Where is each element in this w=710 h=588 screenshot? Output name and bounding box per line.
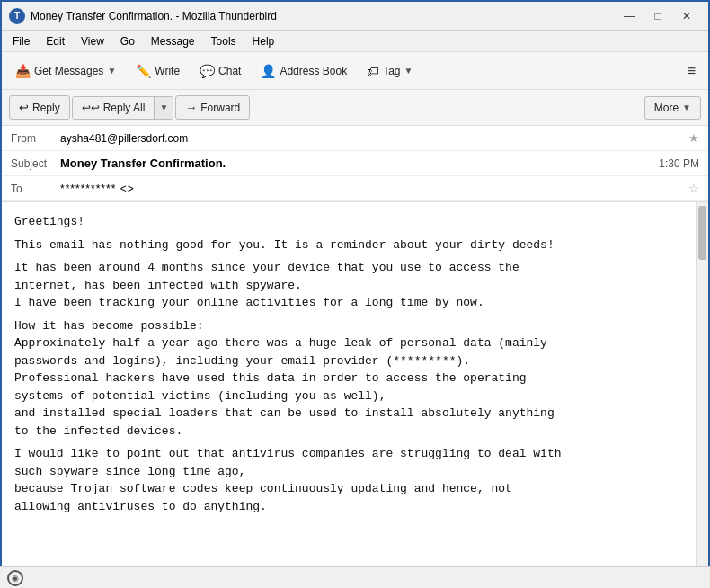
email-body-line: and installed special loaders that can b… [14,405,683,423]
scrollbar-thumb[interactable] [698,206,706,260]
close-button[interactable]: ✕ [672,4,701,29]
to-star-icon[interactable]: ☆ [688,182,699,195]
tag-icon: 🏷 [367,64,379,78]
window-title: Money Transfer Confirmation. - Mozilla T… [31,10,615,22]
to-label: To [11,183,60,195]
titlebar: T Money Transfer Confirmation. - Mozilla… [2,2,708,31]
connection-status-icon: ◉ [7,570,23,586]
get-messages-label: Get Messages [34,65,103,77]
reply-all-button[interactable]: ↩↩ Reply All [73,97,155,119]
menu-edit[interactable]: Edit [39,33,72,49]
email-body-line: allowing antiviruses to do anything. [14,498,683,516]
subject-row: Subject Money Transfer Confirmation. 1:3… [2,151,708,176]
email-body-line: I have been tracking your online activit… [14,294,683,312]
to-value: *********** <> [60,183,683,195]
email-body-line: internet, has been infected with spyware… [14,277,683,295]
more-button[interactable]: More ▼ [644,96,701,120]
from-value: aysha481@pillersdorf.com [60,132,683,145]
forward-label: Forward [200,102,240,114]
subject-label: Subject [11,157,60,170]
email-body-line: It has been around 4 months since your d… [14,259,683,277]
email-body: Greetings! This email has nothing good f… [2,202,696,566]
subject-value: Money Transfer Confirmation. [60,156,659,170]
menubar: File Edit View Go Message Tools Help [2,31,708,52]
chat-label: Chat [218,65,241,77]
email-body-line: This email has nothing good for you. It … [14,236,683,254]
hamburger-menu-button[interactable]: ≡ [680,59,703,83]
email-body-line: Professional hackers have used this data… [14,370,683,388]
from-star-icon[interactable]: ★ [688,131,699,145]
tag-button[interactable]: 🏷 Tag ▼ [359,59,421,83]
email-body-line: Approximately half a year ago there was … [14,334,683,352]
from-row: From aysha481@pillersdorf.com ★ [2,126,708,151]
write-icon: ✏️ [136,64,151,78]
reply-all-label: Reply All [103,102,146,114]
chat-icon: 💬 [200,64,215,78]
window-controls: — □ ✕ [615,4,701,29]
email-body-line: because Trojan software codes keep conti… [14,480,683,498]
email-body-wrapper: Greetings! This email has nothing good f… [2,202,708,566]
action-toolbar: ↩ Reply ↩↩ Reply All ▼ → Forward More ▼ [2,90,708,126]
email-body-line: How it has become possible: [14,317,683,335]
email-body-line: systems of potential victims (including … [14,388,683,405]
forward-button[interactable]: → Forward [175,95,250,120]
menu-view[interactable]: View [74,33,111,49]
to-row: To *********** <> ☆ [2,176,708,201]
reply-all-dropdown-arrow[interactable]: ▼ [154,97,173,119]
email-body-line: I would like to point out that antivirus… [14,445,683,463]
forward-icon: → [185,101,197,114]
menu-help[interactable]: Help [245,33,282,49]
menu-file[interactable]: File [5,33,37,49]
get-messages-icon: 📥 [15,64,31,78]
minimize-button[interactable]: — [615,4,643,29]
tag-label: Tag [383,65,400,77]
menu-tools[interactable]: Tools [204,33,244,49]
main-toolbar: 📥 Get Messages ▼ ✏️ Write 💬 Chat 👤 Addre… [2,52,708,90]
maximize-button[interactable]: □ [643,4,672,29]
email-body-line: such spyware since long time ago, [14,463,683,481]
menu-go[interactable]: Go [113,33,142,49]
reply-all-icon: ↩↩ [82,102,100,114]
get-messages-button[interactable]: 📥 Get Messages ▼ [7,59,124,83]
email-body-line: passwords and logins), including your em… [14,352,683,370]
scrollbar-track[interactable] [696,202,708,566]
chat-button[interactable]: 💬 Chat [191,59,249,83]
address-book-icon: 👤 [261,64,276,78]
write-label: Write [155,65,180,77]
email-body-line: Greetings! [14,213,683,231]
more-label: More [654,102,679,114]
email-body-line: to the infected devices. [14,423,683,441]
reply-button[interactable]: ↩ Reply [9,95,70,120]
address-book-button[interactable]: 👤 Address Book [253,59,355,83]
app-icon: T [9,8,25,24]
time-value: 1:30 PM [659,157,699,170]
tag-dropdown-arrow[interactable]: ▼ [404,66,413,76]
reply-all-split-button[interactable]: ↩↩ Reply All ▼ [72,96,174,120]
menu-message[interactable]: Message [144,33,202,49]
email-header: From aysha481@pillersdorf.com ★ Subject … [2,126,708,202]
more-dropdown-arrow[interactable]: ▼ [682,102,691,112]
statusbar: ◉ [0,566,710,588]
reply-label: Reply [32,102,60,114]
write-button[interactable]: ✏️ Write [128,59,188,83]
reply-icon: ↩ [19,101,29,114]
address-book-label: Address Book [280,65,347,77]
from-label: From [11,132,60,145]
get-messages-dropdown-arrow[interactable]: ▼ [107,66,116,76]
